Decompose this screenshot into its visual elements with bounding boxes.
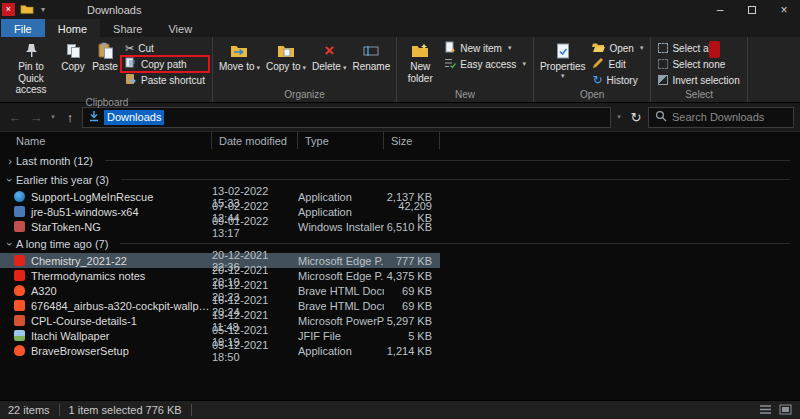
history-button[interactable]: ↻ History (588, 72, 647, 88)
group-label: Last month (12) (16, 155, 93, 167)
move-to-icon (230, 41, 248, 60)
rename-button[interactable]: Rename (349, 38, 393, 88)
copy-to-button[interactable]: Copy to▾ (263, 38, 309, 88)
rename-label: Rename (352, 61, 390, 73)
status-separator (191, 404, 192, 416)
file-group-header[interactable]: › Last month (12) (0, 151, 800, 170)
select-group-label: Select (654, 88, 743, 102)
tab-view[interactable]: View (155, 19, 205, 37)
file-row[interactable]: StarToken-NG 09-01-2022 13:17 Windows In… (0, 219, 440, 234)
rename-icon (363, 41, 379, 60)
selection-summary: 1 item selected 776 KB (69, 404, 182, 416)
file-group-header[interactable]: › A long time ago (7) (0, 234, 800, 253)
maximize-button[interactable] (736, 0, 768, 19)
file-row[interactable]: BraveBrowserSetup 05-12-2021 18:50 Appli… (0, 343, 440, 358)
organize-group-label: Organize (216, 88, 393, 102)
select-all-label: Select all (672, 43, 713, 54)
file-size: 777 KB (384, 255, 436, 267)
column-header-type[interactable]: Type (298, 132, 384, 149)
address-path-text[interactable]: Downloads (104, 110, 164, 125)
column-header-size[interactable]: Size (384, 132, 440, 149)
new-folder-button[interactable]: New folder (400, 38, 440, 88)
ribbon-group-open: Properties ▾ Open ▾ E (534, 37, 652, 102)
select-all-button[interactable]: Select all (654, 40, 743, 56)
paste-shortcut-button[interactable]: Paste shortcut (121, 72, 209, 88)
invert-selection-button[interactable]: Invert selection (654, 72, 743, 88)
file-name: Itachi Wallpaper (31, 330, 212, 342)
address-dropdown-icon[interactable]: ▾ (614, 113, 624, 121)
dropdown-arrow-icon: ▾ (343, 64, 347, 71)
up-button[interactable]: ↑ (61, 110, 79, 125)
file-icon (14, 191, 25, 202)
address-bar[interactable]: Downloads (82, 107, 611, 128)
column-header-name[interactable]: Name (0, 132, 212, 149)
file-icon (14, 330, 25, 341)
select-none-button[interactable]: Select none (654, 56, 743, 72)
file-name: BraveBrowserSetup (31, 345, 212, 357)
window-controls: – × (704, 0, 800, 19)
move-to-button[interactable]: Move to▾ (216, 38, 263, 88)
search-input[interactable] (672, 111, 787, 123)
ribbon-group-clipboard: Pin to Quick access Copy Paste ✂ (2, 37, 213, 102)
recent-locations-dropdown-icon[interactable]: ▾ (48, 113, 58, 121)
copy-button[interactable]: Copy (57, 38, 89, 96)
invert-selection-icon (658, 75, 668, 85)
search-box[interactable] (648, 107, 794, 128)
paste-button[interactable]: Paste (89, 38, 121, 96)
tab-home[interactable]: Home (45, 19, 100, 37)
file-type: Microsoft PowerP... (298, 315, 384, 327)
edit-button[interactable]: Edit (588, 56, 647, 72)
paste-label: Paste (92, 61, 118, 73)
status-bar: 22 items 1 item selected 776 KB (0, 400, 800, 419)
details-view-button[interactable] (759, 404, 772, 417)
dropdown-arrow-icon: ▾ (561, 73, 565, 78)
copy-path-button[interactable]: Copy path (121, 56, 209, 72)
column-headers: Name Date modified Type Size (0, 132, 800, 149)
tab-share[interactable]: Share (100, 19, 155, 37)
open-label: Open (609, 43, 633, 54)
file-group-header[interactable]: › Earlier this year (3) (0, 170, 800, 189)
red-marker-icon: × (2, 3, 15, 16)
minimize-button[interactable]: – (704, 0, 736, 19)
clipboard-group-label: Clipboard (5, 96, 209, 110)
file-type: Application (298, 191, 384, 203)
copy-path-icon (125, 57, 137, 71)
select-none-icon (658, 59, 668, 69)
edit-label: Edit (608, 59, 625, 70)
copy-icon (66, 41, 81, 60)
file-name: Support-LogMeInRescue (31, 191, 212, 203)
properties-label: Properties (540, 61, 586, 73)
dropdown-arrow-icon: ▾ (522, 60, 526, 68)
close-button[interactable]: × (768, 0, 800, 19)
file-icon (14, 255, 25, 266)
new-item-button[interactable]: New item ▾ (440, 40, 530, 56)
dropdown-arrow-icon: ▾ (640, 44, 644, 52)
refresh-button[interactable]: ↻ (627, 110, 645, 125)
back-button[interactable]: ← (6, 110, 24, 125)
file-icon (14, 345, 25, 356)
paste-shortcut-icon (125, 73, 137, 87)
open-button[interactable]: Open ▾ (588, 40, 647, 56)
column-header-date-modified[interactable]: Date modified (212, 132, 298, 149)
quick-access-toolbar-dropdown-icon[interactable]: ▾ (41, 5, 45, 14)
delete-icon: × (324, 41, 334, 60)
properties-button[interactable]: Properties ▾ (537, 38, 589, 88)
ribbon-tab-bar: File Home Share View (0, 19, 800, 37)
move-to-label: Move to▾ (219, 61, 260, 73)
file-size: 69 KB (384, 285, 436, 297)
delete-label: Delete▾ (312, 61, 346, 73)
item-count: 22 items (8, 404, 50, 416)
forward-button[interactable]: → (27, 110, 45, 125)
file-date: 05-12-2021 18:50 (212, 339, 298, 363)
easy-access-label: Easy access (460, 59, 516, 70)
pin-to-quick-access-button[interactable]: Pin to Quick access (5, 38, 57, 96)
tab-file[interactable]: File (1, 19, 45, 37)
file-type: Microsoft Edge P... (298, 255, 384, 267)
downloads-folder-icon (88, 110, 100, 124)
large-icons-view-button[interactable] (779, 404, 792, 417)
delete-button[interactable]: × Delete▾ (309, 38, 349, 88)
copy-to-label: Copy to▾ (266, 61, 306, 73)
easy-access-button[interactable]: Easy access ▾ (440, 56, 530, 72)
cut-button[interactable]: ✂ Cut (121, 40, 209, 56)
file-type: Application (298, 345, 384, 357)
